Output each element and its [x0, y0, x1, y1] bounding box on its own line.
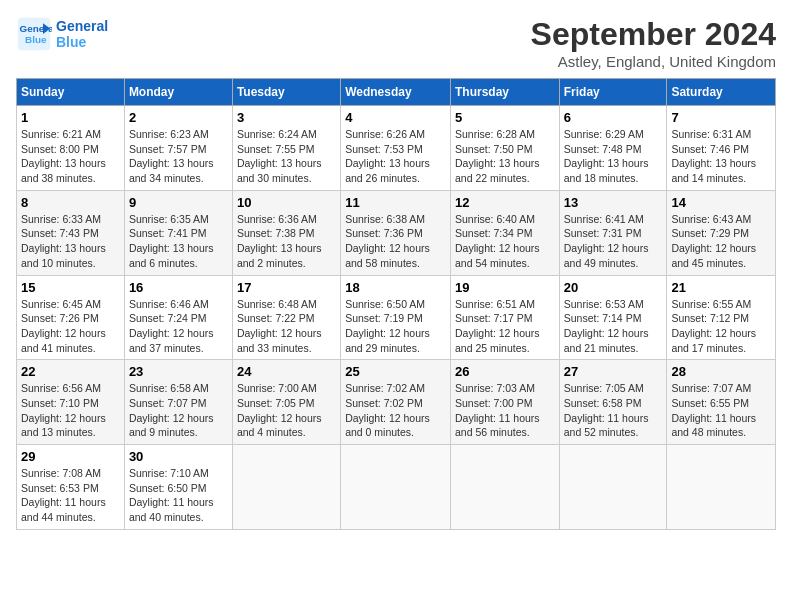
day-number: 26	[455, 364, 555, 379]
svg-text:Blue: Blue	[25, 34, 47, 45]
calendar-day-7: 7Sunrise: 6:31 AMSunset: 7:46 PMDaylight…	[667, 106, 776, 191]
calendar-day-6: 6Sunrise: 6:29 AMSunset: 7:48 PMDaylight…	[559, 106, 667, 191]
day-number: 29	[21, 449, 120, 464]
day-number: 21	[671, 280, 771, 295]
calendar-day-12: 12Sunrise: 6:40 AMSunset: 7:34 PMDayligh…	[450, 190, 559, 275]
col-header-monday: Monday	[124, 79, 232, 106]
logo-icon: General Blue	[16, 16, 52, 52]
calendar-day-28: 28Sunrise: 7:07 AMSunset: 6:55 PMDayligh…	[667, 360, 776, 445]
calendar-day-3: 3Sunrise: 6:24 AMSunset: 7:55 PMDaylight…	[232, 106, 340, 191]
day-number: 3	[237, 110, 336, 125]
day-number: 4	[345, 110, 446, 125]
calendar-day-13: 13Sunrise: 6:41 AMSunset: 7:31 PMDayligh…	[559, 190, 667, 275]
calendar-day-27: 27Sunrise: 7:05 AMSunset: 6:58 PMDayligh…	[559, 360, 667, 445]
day-content: Sunrise: 6:21 AMSunset: 8:00 PMDaylight:…	[21, 127, 120, 186]
calendar-day-15: 15Sunrise: 6:45 AMSunset: 7:26 PMDayligh…	[17, 275, 125, 360]
day-number: 13	[564, 195, 663, 210]
calendar-day-2: 2Sunrise: 6:23 AMSunset: 7:57 PMDaylight…	[124, 106, 232, 191]
empty-cell	[450, 445, 559, 530]
calendar-day-26: 26Sunrise: 7:03 AMSunset: 7:00 PMDayligh…	[450, 360, 559, 445]
empty-cell	[341, 445, 451, 530]
day-content: Sunrise: 6:38 AMSunset: 7:36 PMDaylight:…	[345, 212, 446, 271]
day-content: Sunrise: 6:29 AMSunset: 7:48 PMDaylight:…	[564, 127, 663, 186]
day-content: Sunrise: 6:55 AMSunset: 7:12 PMDaylight:…	[671, 297, 771, 356]
day-content: Sunrise: 7:05 AMSunset: 6:58 PMDaylight:…	[564, 381, 663, 440]
empty-cell	[559, 445, 667, 530]
calendar-table: SundayMondayTuesdayWednesdayThursdayFrid…	[16, 78, 776, 530]
day-content: Sunrise: 6:56 AMSunset: 7:10 PMDaylight:…	[21, 381, 120, 440]
day-content: Sunrise: 7:08 AMSunset: 6:53 PMDaylight:…	[21, 466, 120, 525]
col-header-wednesday: Wednesday	[341, 79, 451, 106]
calendar-day-1: 1Sunrise: 6:21 AMSunset: 8:00 PMDaylight…	[17, 106, 125, 191]
page-header: General Blue GeneralBlue September 2024 …	[16, 16, 776, 70]
calendar-day-29: 29Sunrise: 7:08 AMSunset: 6:53 PMDayligh…	[17, 445, 125, 530]
calendar-day-19: 19Sunrise: 6:51 AMSunset: 7:17 PMDayligh…	[450, 275, 559, 360]
day-content: Sunrise: 6:23 AMSunset: 7:57 PMDaylight:…	[129, 127, 228, 186]
col-header-friday: Friday	[559, 79, 667, 106]
month-title: September 2024	[531, 16, 776, 53]
calendar-day-24: 24Sunrise: 7:00 AMSunset: 7:05 PMDayligh…	[232, 360, 340, 445]
day-number: 22	[21, 364, 120, 379]
day-number: 17	[237, 280, 336, 295]
calendar-day-10: 10Sunrise: 6:36 AMSunset: 7:38 PMDayligh…	[232, 190, 340, 275]
day-content: Sunrise: 6:31 AMSunset: 7:46 PMDaylight:…	[671, 127, 771, 186]
day-content: Sunrise: 6:40 AMSunset: 7:34 PMDaylight:…	[455, 212, 555, 271]
calendar-day-30: 30Sunrise: 7:10 AMSunset: 6:50 PMDayligh…	[124, 445, 232, 530]
day-number: 28	[671, 364, 771, 379]
day-number: 18	[345, 280, 446, 295]
day-number: 25	[345, 364, 446, 379]
day-content: Sunrise: 6:58 AMSunset: 7:07 PMDaylight:…	[129, 381, 228, 440]
day-content: Sunrise: 7:10 AMSunset: 6:50 PMDaylight:…	[129, 466, 228, 525]
day-number: 24	[237, 364, 336, 379]
day-content: Sunrise: 7:07 AMSunset: 6:55 PMDaylight:…	[671, 381, 771, 440]
day-content: Sunrise: 6:48 AMSunset: 7:22 PMDaylight:…	[237, 297, 336, 356]
calendar-day-18: 18Sunrise: 6:50 AMSunset: 7:19 PMDayligh…	[341, 275, 451, 360]
col-header-saturday: Saturday	[667, 79, 776, 106]
col-header-tuesday: Tuesday	[232, 79, 340, 106]
day-content: Sunrise: 6:26 AMSunset: 7:53 PMDaylight:…	[345, 127, 446, 186]
day-content: Sunrise: 6:51 AMSunset: 7:17 PMDaylight:…	[455, 297, 555, 356]
day-number: 5	[455, 110, 555, 125]
day-content: Sunrise: 6:53 AMSunset: 7:14 PMDaylight:…	[564, 297, 663, 356]
day-number: 11	[345, 195, 446, 210]
day-number: 2	[129, 110, 228, 125]
day-number: 9	[129, 195, 228, 210]
logo-text: GeneralBlue	[56, 18, 108, 50]
calendar-day-4: 4Sunrise: 6:26 AMSunset: 7:53 PMDaylight…	[341, 106, 451, 191]
day-number: 15	[21, 280, 120, 295]
day-content: Sunrise: 6:24 AMSunset: 7:55 PMDaylight:…	[237, 127, 336, 186]
day-content: Sunrise: 6:28 AMSunset: 7:50 PMDaylight:…	[455, 127, 555, 186]
day-number: 1	[21, 110, 120, 125]
calendar-day-5: 5Sunrise: 6:28 AMSunset: 7:50 PMDaylight…	[450, 106, 559, 191]
day-number: 12	[455, 195, 555, 210]
day-number: 27	[564, 364, 663, 379]
day-number: 19	[455, 280, 555, 295]
title-block: September 2024 Astley, England, United K…	[531, 16, 776, 70]
day-content: Sunrise: 6:50 AMSunset: 7:19 PMDaylight:…	[345, 297, 446, 356]
day-content: Sunrise: 7:00 AMSunset: 7:05 PMDaylight:…	[237, 381, 336, 440]
col-header-thursday: Thursday	[450, 79, 559, 106]
day-number: 30	[129, 449, 228, 464]
day-content: Sunrise: 7:02 AMSunset: 7:02 PMDaylight:…	[345, 381, 446, 440]
calendar-day-11: 11Sunrise: 6:38 AMSunset: 7:36 PMDayligh…	[341, 190, 451, 275]
day-number: 7	[671, 110, 771, 125]
calendar-day-20: 20Sunrise: 6:53 AMSunset: 7:14 PMDayligh…	[559, 275, 667, 360]
day-number: 10	[237, 195, 336, 210]
day-content: Sunrise: 6:43 AMSunset: 7:29 PMDaylight:…	[671, 212, 771, 271]
empty-cell	[667, 445, 776, 530]
calendar-day-9: 9Sunrise: 6:35 AMSunset: 7:41 PMDaylight…	[124, 190, 232, 275]
calendar-day-21: 21Sunrise: 6:55 AMSunset: 7:12 PMDayligh…	[667, 275, 776, 360]
calendar-day-14: 14Sunrise: 6:43 AMSunset: 7:29 PMDayligh…	[667, 190, 776, 275]
day-number: 8	[21, 195, 120, 210]
calendar-day-16: 16Sunrise: 6:46 AMSunset: 7:24 PMDayligh…	[124, 275, 232, 360]
calendar-day-23: 23Sunrise: 6:58 AMSunset: 7:07 PMDayligh…	[124, 360, 232, 445]
day-content: Sunrise: 7:03 AMSunset: 7:00 PMDaylight:…	[455, 381, 555, 440]
day-content: Sunrise: 6:45 AMSunset: 7:26 PMDaylight:…	[21, 297, 120, 356]
col-header-sunday: Sunday	[17, 79, 125, 106]
day-number: 6	[564, 110, 663, 125]
day-number: 20	[564, 280, 663, 295]
day-content: Sunrise: 6:46 AMSunset: 7:24 PMDaylight:…	[129, 297, 228, 356]
logo: General Blue GeneralBlue	[16, 16, 108, 52]
day-number: 14	[671, 195, 771, 210]
day-content: Sunrise: 6:41 AMSunset: 7:31 PMDaylight:…	[564, 212, 663, 271]
